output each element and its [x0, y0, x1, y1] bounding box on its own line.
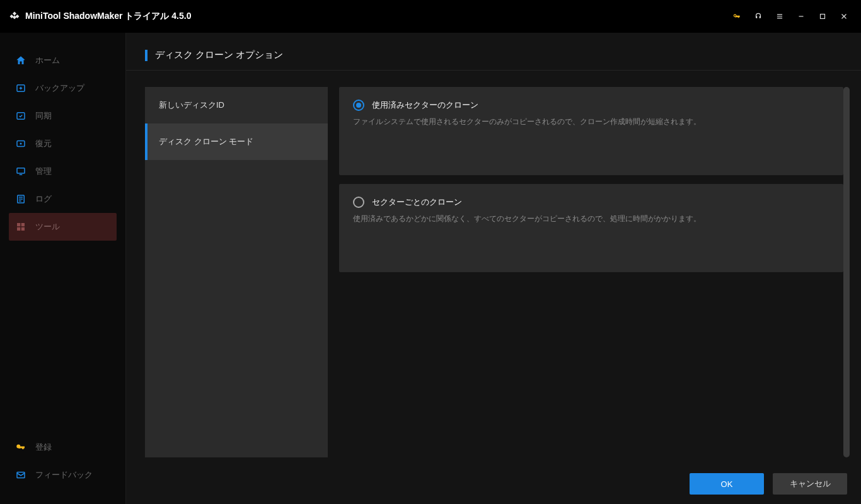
button-label: OK — [721, 479, 733, 489]
option-title: セクターごとのクローン — [372, 197, 462, 208]
sidebar-item-label: ログ — [35, 193, 52, 205]
sidebar-item-sync[interactable]: 同期 — [9, 102, 117, 130]
sidebar-item-restore[interactable]: 復元 — [9, 130, 117, 158]
radio-icon[interactable] — [353, 197, 364, 208]
svg-rect-0 — [821, 14, 825, 19]
sidebar: ホーム バックアップ 同期 復元 管理 ログ — [0, 33, 126, 504]
sidebar-item-label: バックアップ — [35, 83, 84, 94]
app-title: MiniTool ShadowMaker トライアル 4.5.0 — [25, 11, 191, 22]
backup-icon — [15, 83, 26, 94]
key-icon[interactable] — [726, 6, 748, 27]
svg-rect-9 — [17, 227, 20, 231]
log-icon — [15, 193, 26, 205]
titlebar: MiniTool ShadowMaker トライアル 4.5.0 — [0, 0, 861, 33]
ok-button[interactable]: OK — [690, 473, 764, 495]
button-label: キャンセル — [790, 478, 831, 490]
sidebar-item-label: ツール — [35, 221, 60, 232]
cancel-button[interactable]: キャンセル — [773, 473, 847, 495]
svg-rect-5 — [17, 168, 25, 173]
svg-rect-7 — [17, 223, 20, 226]
sidebar-item-label: 管理 — [35, 166, 52, 177]
option-used-sector-clone[interactable]: 使用済みセクターのクローン ファイルシステムで使用されるセクターのみがコピーされ… — [339, 87, 843, 175]
scrollbar-thumb[interactable] — [843, 87, 850, 457]
content-header: ディスク クローン オプション — [126, 33, 861, 71]
header-accent-bar — [145, 50, 147, 61]
logo-icon — [9, 11, 20, 22]
svg-point-4 — [20, 143, 22, 145]
sidebar-item-label: 復元 — [35, 138, 52, 149]
manage-icon — [15, 166, 26, 177]
sidebar-item-label: フィードバック — [35, 469, 93, 481]
home-icon — [15, 55, 26, 66]
subtab-label: 新しいディスクID — [159, 100, 224, 111]
sidebar-item-home[interactable]: ホーム — [9, 47, 117, 74]
sidebar-item-label: 同期 — [35, 110, 52, 122]
svg-rect-10 — [21, 227, 25, 231]
option-sector-by-sector-clone[interactable]: セクターごとのクローン 使用済みであるかどかに関係なく、すべてのセクターがコピー… — [339, 184, 843, 272]
sidebar-item-label: ホーム — [35, 55, 60, 66]
sidebar-item-tools[interactable]: ツール — [9, 213, 117, 241]
footer: OK キャンセル — [126, 464, 861, 504]
app-logo: MiniTool ShadowMaker トライアル 4.5.0 — [9, 11, 191, 22]
option-title: 使用済みセクターのクローン — [372, 100, 478, 111]
close-icon[interactable] — [833, 6, 855, 27]
tools-icon — [15, 221, 26, 232]
page-title: ディスク クローン オプション — [155, 49, 283, 61]
scrollbar[interactable] — [843, 87, 850, 457]
sidebar-item-manage[interactable]: 管理 — [9, 158, 117, 185]
sidebar-item-backup[interactable]: バックアップ — [9, 74, 117, 102]
restore-icon — [15, 138, 26, 149]
headset-icon[interactable] — [748, 6, 769, 27]
sync-icon — [15, 110, 26, 122]
svg-rect-8 — [21, 223, 25, 226]
subtab-new-disk-id[interactable]: 新しいディスクID — [145, 87, 328, 123]
sidebar-item-register[interactable]: 登録 — [9, 433, 117, 461]
sidebar-item-feedback[interactable]: フィードバック — [9, 461, 117, 489]
subtab-clone-mode[interactable]: ディスク クローン モード — [145, 123, 328, 160]
subtab-label: ディスク クローン モード — [159, 136, 253, 147]
key-small-icon — [15, 442, 26, 453]
sub-tabs: 新しいディスクID ディスク クローン モード — [145, 87, 328, 457]
minimize-icon[interactable] — [790, 6, 812, 27]
mail-icon — [15, 469, 26, 481]
menu-icon[interactable] — [769, 6, 790, 27]
options-column: 使用済みセクターのクローン ファイルシステムで使用されるセクターのみがコピーされ… — [339, 87, 850, 457]
sidebar-item-log[interactable]: ログ — [9, 185, 117, 213]
option-desc: ファイルシステムで使用されるセクターのみがコピーされるので、クローン作成時間が短… — [353, 116, 829, 127]
sidebar-item-label: 登録 — [35, 442, 52, 453]
option-desc: 使用済みであるかどかに関係なく、すべてのセクターがコピーされるので、処理に時間が… — [353, 213, 829, 224]
maximize-icon[interactable] — [812, 6, 833, 27]
radio-icon[interactable] — [353, 100, 364, 111]
content: ディスク クローン オプション 新しいディスクID ディスク クローン モード … — [126, 33, 861, 504]
